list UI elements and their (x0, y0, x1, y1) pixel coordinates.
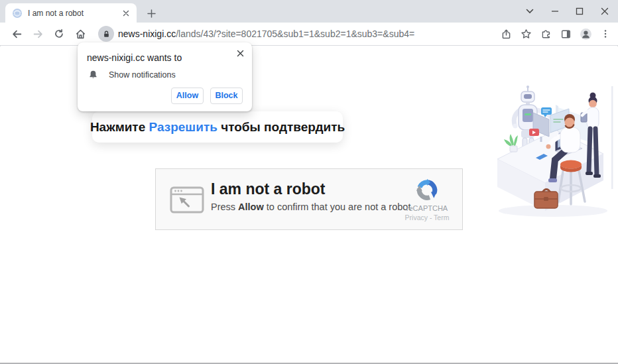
address-bar[interactable]: news-nixigi.cc/lands/43/?site=8021705&su… (118, 29, 495, 39)
allow-button[interactable]: Allow (171, 88, 204, 104)
tab-title: I am not a robot (28, 9, 121, 18)
banner-highlight: Разрешить (149, 120, 217, 135)
profile-avatar-icon[interactable] (577, 25, 594, 42)
recaptcha-block: reCAPTCHA Privacy - Term (401, 177, 453, 221)
favicon-icon (12, 8, 23, 19)
permission-row: Show notifications (88, 70, 176, 80)
browser-window-cursor-icon (170, 186, 204, 214)
side-panel-icon[interactable] (557, 25, 574, 42)
extensions-puzzle-icon[interactable] (537, 25, 554, 42)
bell-icon (88, 70, 98, 80)
bookmark-star-icon[interactable] (517, 25, 534, 42)
banner-suffix: чтобы подтвердить (217, 120, 345, 135)
back-icon[interactable] (8, 25, 25, 42)
share-icon[interactable] (497, 25, 515, 42)
new-tab-button[interactable] (143, 5, 159, 21)
recaptcha-privacy-terms[interactable]: Privacy - Term (401, 213, 453, 221)
captcha-subtitle: Press Allow to confirm that you are not … (211, 202, 410, 212)
tab-strip: I am not a robot (0, 0, 618, 23)
maximize-button[interactable] (572, 4, 587, 19)
window-close-button[interactable] (597, 4, 612, 19)
menu-dots-icon[interactable] (597, 25, 614, 42)
block-button[interactable]: Block (210, 88, 243, 104)
browser-window: I am not a robot (0, 0, 618, 364)
recaptcha-logo-icon (414, 177, 440, 202)
captcha-title: I am not a robot (211, 180, 326, 198)
tab-i-am-not-a-robot[interactable]: I am not a robot (5, 3, 137, 23)
minimize-button[interactable] (548, 4, 562, 19)
notification-permission-dialog: news-nixigi.cc wants to Show notificatio… (78, 42, 252, 111)
banner-prefix: Нажмите (90, 120, 149, 135)
url-path: /lands/43/?site=8021705&sub1=1&sub2=1&su… (176, 29, 414, 39)
recaptcha-brand: reCAPTCHA (401, 204, 453, 212)
dialog-close-icon[interactable] (234, 47, 246, 59)
dialog-title: news-nixigi.cc wants to (87, 52, 182, 63)
captcha-subtitle-allow: Allow (238, 202, 264, 212)
tab-search-chevron-icon[interactable] (523, 4, 537, 19)
forward-icon[interactable] (29, 25, 46, 42)
permission-label: Show notifications (109, 70, 176, 80)
tab-close-icon[interactable] (121, 8, 131, 19)
home-icon[interactable] (72, 25, 89, 42)
url-domain: news-nixigi.cc (118, 29, 176, 39)
site-info-lock-icon[interactable] (98, 26, 114, 42)
captcha-box: I am not a robot Press Allow to confirm … (155, 168, 463, 230)
illustration (492, 81, 618, 221)
instruction-banner: Нажмите Разрешить чтобы подтвердить (92, 111, 343, 143)
reload-icon[interactable] (50, 25, 68, 42)
